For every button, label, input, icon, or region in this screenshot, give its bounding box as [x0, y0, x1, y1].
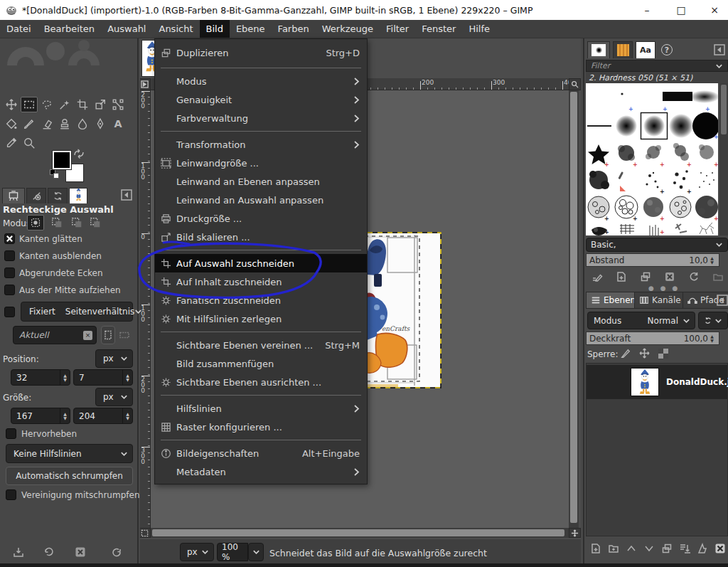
minimize-button[interactable]: –	[633, 0, 661, 20]
eraser-tool[interactable]	[38, 116, 55, 132]
menu-item-sichtbare-ebenen-ausrichten[interactable]: Sichtbare Ebenen ausrichten ...	[155, 373, 367, 391]
size-unit-dropdown[interactable]: px	[95, 388, 133, 406]
checkbox-rounded[interactable]	[4, 267, 15, 278]
menu-item-raster-konfigurieren[interactable]: Raster konfigurieren ...	[155, 418, 367, 436]
portrait-orientation-button[interactable]	[101, 326, 115, 344]
position-unit-dropdown[interactable]: px	[95, 349, 133, 368]
mask-icon[interactable]	[697, 543, 708, 554]
layer-mode-dropdown[interactable]: Modus Normal	[587, 312, 695, 329]
smudge-tool[interactable]	[74, 116, 91, 132]
lock-pixels-icon[interactable]	[620, 347, 632, 359]
tab-device-status[interactable]	[26, 188, 46, 203]
menubar-item-werkzeuge[interactable]: Werkzeuge	[316, 20, 380, 38]
menubar-item-auswahl[interactable]: Auswahl	[101, 20, 152, 38]
menu-item-leinwand-an-auswahl-anpassen[interactable]: Leinwand an Auswahl anpassen	[155, 191, 367, 209]
layer-mode-reset-button[interactable]	[698, 312, 728, 329]
menu-item-modus[interactable]: Modus	[155, 72, 367, 90]
paintbrush-tool[interactable]	[21, 116, 38, 132]
raise-layer-icon[interactable]	[626, 543, 637, 554]
menu-item-sichtbare-ebenen-vereinen[interactable]: Sichtbare Ebenen vereinen ...Strg+M	[155, 336, 367, 354]
checkbox-feather[interactable]	[4, 250, 15, 261]
menu-item-leinwandgröße[interactable]: Leinwandgröße ...	[155, 154, 367, 172]
menu-item-auf-auswahl-zuschneiden[interactable]: Auf Auswahl zuschneiden	[155, 254, 367, 272]
aspect-ratio-input[interactable]: Aktuell ×	[13, 326, 97, 344]
merge-down-icon[interactable]	[679, 543, 690, 554]
default-colors-icon-bg[interactable]	[53, 173, 59, 179]
brush-grid[interactable]: +++++++++++++++++	[586, 83, 718, 235]
tab-image-thumbnail[interactable]	[69, 188, 87, 203]
canvas-menu-button[interactable]	[140, 78, 151, 90]
dock-collapse-icon[interactable]	[121, 189, 132, 201]
menu-item-metadaten[interactable]: Metadaten	[155, 462, 367, 481]
delete-brush-icon[interactable]	[664, 271, 675, 282]
menu-item-auf-inhalt-zuschneiden[interactable]: Auf Inhalt zuschneiden	[155, 272, 367, 291]
menubar-item-filter[interactable]: Filter	[380, 20, 415, 38]
menu-item-bildeigenschaften[interactable]: BildeigenschaftenAlt+Eingabe	[155, 444, 367, 462]
guides-dropdown[interactable]: Keine Hilfslinien	[6, 444, 133, 463]
zoom-follow-icon[interactable]	[569, 78, 581, 90]
selection-mode-add[interactable]	[48, 215, 65, 230]
layer-thumbnail[interactable]	[631, 368, 659, 396]
tab-channels[interactable]: Kanäle	[634, 292, 686, 309]
brush-spacing-slider[interactable]: Abstand10,0 ▲▼	[586, 253, 719, 267]
zoom-level[interactable]: 100 %	[217, 543, 248, 561]
clear-input-icon[interactable]: ×	[83, 331, 92, 340]
position-x-input[interactable]: 32▲▼	[11, 369, 70, 386]
open-brush-icon[interactable]	[712, 271, 724, 282]
delete-layer-icon[interactable]	[714, 543, 726, 554]
bucket-fill-tool[interactable]	[3, 116, 20, 132]
size-width-input[interactable]: 167▲▼	[11, 408, 70, 424]
selection-mode-subtract[interactable]	[68, 215, 85, 230]
menu-item-hilfslinien[interactable]: Hilfslinien	[155, 399, 367, 418]
new-brush-icon[interactable]	[616, 271, 627, 282]
menubar-item-hilfe[interactable]: Hilfe	[462, 20, 496, 38]
foreground-color-swatch[interactable]	[53, 151, 71, 169]
menu-item-leinwand-an-ebenen-anpassen[interactable]: Leinwand an Ebenen anpassen	[155, 172, 367, 191]
menu-item-fanatisch-zuschneiden[interactable]: Fanatisch zuschneiden	[155, 291, 367, 309]
layer-row[interactable]: DonaldDuck.jp	[587, 365, 727, 399]
color-picker-tool[interactable]	[3, 135, 20, 151]
menu-item-genauigkeit[interactable]: Genauigkeit	[155, 90, 367, 109]
dock-splitter-handle[interactable]: ● ● ●	[648, 285, 680, 292]
move-tool[interactable]	[3, 97, 20, 112]
menu-item-duplizieren[interactable]: DuplizierenStrg+D	[155, 41, 367, 64]
save-preset-icon[interactable]	[13, 546, 24, 558]
tab-undo-history[interactable]	[48, 188, 68, 203]
crop-tool[interactable]	[74, 97, 91, 112]
navigation-button[interactable]	[569, 528, 581, 538]
new-layer-icon[interactable]	[590, 543, 601, 554]
layers-dock-collapse-icon[interactable]	[717, 295, 728, 306]
quick-mask-toggle[interactable]	[140, 528, 151, 538]
zoom-tool[interactable]	[21, 135, 38, 151]
checkbox-fixed[interactable]	[4, 307, 15, 317]
reset-preset-icon[interactable]	[111, 546, 122, 558]
help-icon[interactable]: ?	[658, 41, 675, 58]
menu-item-druckgröße[interactable]: Druckgröße ...	[155, 209, 367, 228]
clone-tool[interactable]	[56, 116, 73, 132]
position-y-input[interactable]: 7▲▼	[73, 369, 133, 386]
restore-preset-icon[interactable]	[43, 546, 55, 558]
menu-item-bild-zusammenfügen[interactable]: Bild zusammenfügen	[155, 354, 367, 373]
zoom-dropdown[interactable]	[248, 543, 264, 561]
brush-dock-collapse-icon[interactable]	[714, 44, 725, 55]
close-button[interactable]: ×	[700, 0, 728, 20]
lock-position-icon[interactable]	[638, 347, 651, 359]
ink-tool[interactable]	[92, 116, 109, 132]
swap-colors-icon[interactable]	[73, 149, 85, 159]
fuzzy-select-tool[interactable]	[56, 97, 73, 112]
checkbox-shrink-merged[interactable]	[6, 489, 16, 500]
duplicate-layer-icon[interactable]	[661, 543, 673, 554]
horizontal-scrollbar[interactable]	[151, 528, 569, 538]
menu-item-farbverwaltung[interactable]: Farbverwaltung	[155, 109, 367, 127]
menubar-item-bild[interactable]: Bild	[200, 20, 230, 38]
brush-group-dropdown[interactable]: Basic,	[586, 238, 728, 252]
menu-item-transformation[interactable]: Transformation	[155, 135, 367, 154]
tab-tool-options[interactable]	[2, 188, 25, 203]
rect-select-tool[interactable]	[21, 97, 38, 112]
checkbox-center[interactable]	[4, 285, 15, 295]
menubar-item-datei[interactable]: Datei	[0, 20, 38, 38]
menubar-item-ebene[interactable]: Ebene	[230, 20, 272, 38]
selection-mode-replace[interactable]	[27, 215, 44, 230]
layer-name[interactable]: DonaldDuck.jp	[666, 377, 728, 387]
tab-patterns[interactable]	[613, 41, 633, 58]
